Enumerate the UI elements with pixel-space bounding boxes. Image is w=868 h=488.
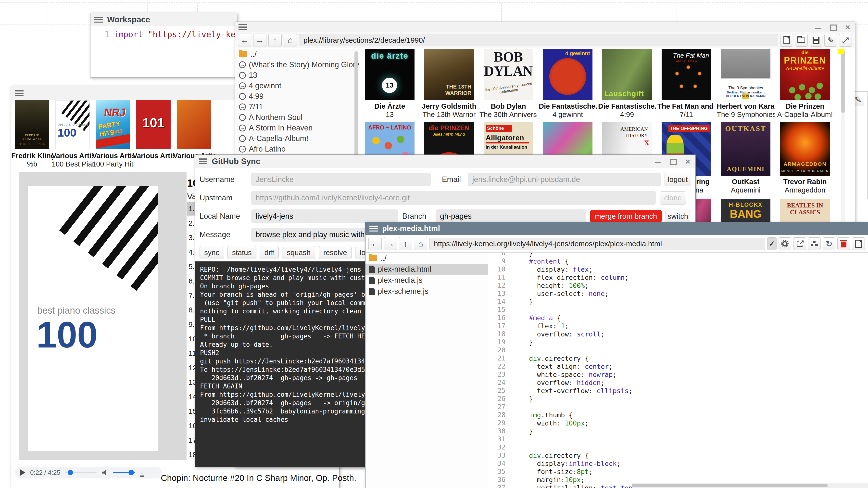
player-album-thumb[interactable]: 101 Various Artist... [136, 100, 170, 169]
scrollbar-thumb[interactable] [632, 484, 828, 487]
switch-button[interactable]: switch [665, 210, 690, 223]
menu-icon[interactable] [369, 225, 378, 232]
forward-button[interactable]: → [384, 237, 397, 250]
directory-item[interactable]: Afro Latino [235, 144, 359, 154]
file-item[interactable]: plex-scheme.js [366, 286, 488, 297]
home-button[interactable]: ⌂ [284, 34, 297, 47]
directory-item[interactable]: A-Capella-Album! [235, 133, 359, 144]
seek-slider[interactable] [65, 472, 97, 473]
open-external-button[interactable] [793, 237, 806, 250]
track-number: 4. [188, 248, 195, 256]
new-file-button[interactable] [780, 34, 793, 47]
upstream-field[interactable]: https://github.com/LivelyKernel/lively4-… [251, 191, 656, 205]
folder-button[interactable] [795, 34, 808, 47]
merge-from-branch-button[interactable]: merge from branch [590, 210, 661, 223]
up-button[interactable]: ↑ [269, 34, 282, 47]
directory-item[interactable]: A Northern Soul [235, 112, 359, 123]
address-bar[interactable]: plex://library/sections/2/decade/1990/ [299, 34, 778, 47]
save-button[interactable] [810, 34, 823, 47]
album-cell[interactable]: The Fat ManAND TEAM FAT The Fat Man and … [657, 49, 716, 119]
player-album-thumb[interactable]: best piano classics100 Various Artists 1… [55, 100, 90, 169]
workspace-titlebar[interactable]: Workspace [90, 13, 237, 26]
workspace-editor[interactable]: 1 import "https://lively-kernel.or [90, 26, 237, 77]
menu-icon[interactable] [94, 17, 103, 23]
album-cell[interactable]: BOBDYLANThe 30th Anniversary Concert Cel… [479, 49, 538, 119]
album-cell[interactable]: diePRINZENA-Capella-Album! Die Prinzen A… [775, 49, 835, 119]
media-titlebar[interactable]: plex-media.html [366, 222, 868, 235]
album-title: 7/11 [680, 111, 693, 119]
file-item[interactable]: plex-media.js [366, 275, 488, 286]
seek-slider-thumb[interactable] [68, 470, 73, 475]
player-album-thumb[interactable]: NRJPARTY HITS2013 Various Artists 100 Pa… [96, 100, 130, 169]
track-number: 6. [188, 277, 195, 285]
volume-icon[interactable] [102, 469, 108, 476]
minimize-button[interactable] [655, 158, 662, 164]
email-field[interactable]: jens.lincke@hpi.uni-potsdam.de [468, 173, 661, 186]
maximize-button[interactable] [829, 24, 837, 30]
code-line[interactable]: import "https://lively-kernel.or [114, 26, 237, 77]
logout-button[interactable]: logout [664, 173, 691, 186]
back-button[interactable]: ← [238, 34, 251, 47]
menu-icon[interactable] [15, 90, 24, 96]
album-artist: Various Artists [92, 152, 134, 160]
auto-update-toggle[interactable]: ✓ [767, 237, 777, 250]
git-action-button[interactable]: resolve [319, 246, 352, 259]
hierarchy-button[interactable] [808, 237, 821, 250]
scrollbar-thumb[interactable] [841, 50, 845, 113]
reload-button[interactable]: ↻ [823, 237, 835, 250]
up-button[interactable]: ↑ [399, 237, 412, 250]
back-button[interactable]: ← [368, 237, 382, 250]
plex-titlebar[interactable]: × [235, 22, 855, 32]
horizontal-scrollbar[interactable] [632, 483, 868, 488]
directory-item-icon [239, 146, 246, 153]
forward-button[interactable]: → [253, 34, 267, 47]
album-cell[interactable]: ARMAGEDDONMUSIC BY TREVOR RABIN Trevor R… [775, 122, 835, 194]
play-button-icon[interactable] [20, 469, 25, 476]
directory-item[interactable]: 4:99 [235, 91, 359, 101]
album-cell[interactable]: THE 13TH WARRIOR Jerry Goldsmith The 13t… [420, 49, 479, 119]
directory-item[interactable]: 13 [235, 70, 359, 81]
code-lines[interactable]: 8 } 9 #content { 10 display: flex; [509, 252, 868, 488]
close-button[interactable]: × [684, 158, 691, 164]
close-button[interactable]: × [844, 24, 851, 30]
address-bar[interactable]: https://lively-kernel.org/lively4/lively… [429, 238, 765, 250]
volume-slider-thumb[interactable] [128, 470, 134, 475]
album-cell[interactable]: 4 gewinnt Die Fantastische... 4 gewinnt [538, 49, 597, 119]
directory-item[interactable]: 4 gewinnt [235, 81, 359, 91]
file-item[interactable]: ../ [366, 252, 488, 264]
file-item[interactable]: plex-media.html [366, 264, 488, 275]
player-album-thumb[interactable]: FREDRIK KLINGWALLTHE RESILIENCE Fredrik … [15, 100, 49, 169]
maximize-button[interactable] [670, 158, 677, 164]
github-titlebar[interactable]: GitHub Sync × [195, 155, 695, 168]
localname-field[interactable]: lively4-jens [251, 209, 398, 223]
code-editor[interactable]: 8 } 9 #content { 10 display: flex; [488, 252, 868, 488]
code-token: ; [585, 282, 589, 289]
code-line: 15 [513, 306, 868, 314]
new-file-button[interactable] [852, 237, 865, 250]
album-cell[interactable]: BEETHOVENThe 9 SymphoniesBerliner Philha… [716, 49, 775, 119]
username-field[interactable]: JensLincke [251, 173, 431, 186]
directory-item[interactable]: 7/11 [235, 101, 359, 112]
directory-item[interactable]: ../ [235, 49, 359, 59]
home-button[interactable]: ⌂ [414, 237, 427, 250]
directory-item[interactable]: A Storm In Heaven [235, 123, 359, 133]
download-icon[interactable]: ↓ [140, 469, 144, 477]
delete-button[interactable] [837, 237, 850, 250]
directory-item[interactable]: (What's the Story) Morning Glory? [235, 59, 359, 70]
volume-slider[interactable] [113, 472, 135, 473]
settings-button[interactable] [778, 237, 791, 250]
minimize-button[interactable] [814, 24, 822, 30]
clone-button[interactable]: clone [660, 191, 686, 205]
menu-icon[interactable] [199, 158, 207, 164]
album-cell[interactable]: Lauschgift Die Fantastische... 4:99 [597, 49, 657, 119]
git-action-button[interactable]: sync [199, 246, 224, 259]
album-cell[interactable]: OUTKASTAQUEMINI OutKast Aquemini [716, 122, 775, 194]
git-action-button[interactable]: diff [260, 246, 279, 259]
menu-icon[interactable] [239, 24, 247, 30]
git-action-button[interactable]: status [227, 246, 256, 259]
expand-button[interactable]: ⤢ [839, 34, 852, 47]
edit-button[interactable]: ✎ [825, 34, 837, 47]
branch-field[interactable]: gh-pages [436, 209, 586, 223]
album-cell[interactable]: die ärzte13 Die Ärzte 13 [360, 49, 420, 119]
git-action-button[interactable]: squash [282, 246, 315, 259]
